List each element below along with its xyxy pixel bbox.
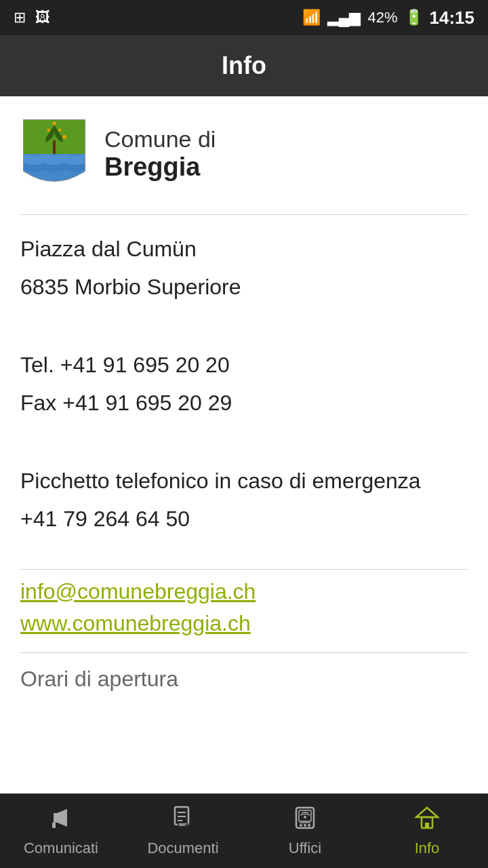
svg-rect-3 xyxy=(53,140,56,154)
spacer-3 xyxy=(14,547,474,566)
svg-point-1 xyxy=(58,129,62,132)
svg-rect-24 xyxy=(425,823,429,828)
contact-block: Tel. +41 91 695 20 20 Fax +41 91 695 20 … xyxy=(14,334,474,431)
nav-label-comunicati: Comunicati xyxy=(24,840,98,857)
nav-item-info[interactable]: Info xyxy=(366,794,488,868)
spacer-1 xyxy=(14,315,474,334)
svg-point-2 xyxy=(47,129,51,132)
megaphone-icon xyxy=(48,805,74,837)
status-bar: ⊞ 🖼 📶 ▂▄▆ 42% 🔋 14:15 xyxy=(0,0,488,35)
org-prefix: Comune di xyxy=(104,126,216,153)
page-title: Info xyxy=(222,52,266,80)
phone-icon xyxy=(292,805,318,837)
content-area: Comune di Breggia Piazza dal Cumün 6835 … xyxy=(0,96,488,692)
signal-icon: ▂▄▆ xyxy=(327,9,361,26)
contact-tel: Tel. +41 91 695 20 20 xyxy=(20,349,468,382)
website-link[interactable]: www.comunebreggia.ch xyxy=(20,611,468,636)
emergency-block: Picchetto telefonico in caso di emergenz… xyxy=(14,450,474,547)
svg-point-17 xyxy=(300,824,302,827)
address-city: 6835 Morbio Superiore xyxy=(20,271,468,304)
nav-label-info: Info xyxy=(415,840,440,857)
top-bar: Info xyxy=(0,35,488,96)
bottom-nav: Comunicati Documenti xyxy=(0,793,488,868)
org-text: Comune di Breggia xyxy=(104,126,216,182)
org-name: Breggia xyxy=(104,153,216,182)
coat-of-arms xyxy=(20,117,88,191)
image-icon: 🖼 xyxy=(35,9,50,26)
nav-item-uffici[interactable]: Uffici xyxy=(244,794,366,868)
address-street: Piazza dal Cumün xyxy=(20,233,468,267)
org-header: Comune di Breggia xyxy=(14,96,474,212)
home-icon xyxy=(414,805,440,837)
partial-heading: Orari di apertura xyxy=(14,656,474,692)
divider-3 xyxy=(20,652,468,653)
main-content: Comune di Breggia Piazza dal Cumün 6835 … xyxy=(0,96,488,773)
nav-label-uffici: Uffici xyxy=(289,840,322,857)
divider-2 xyxy=(20,569,468,570)
nav-item-documenti[interactable]: Documenti xyxy=(122,794,244,868)
svg-point-19 xyxy=(308,824,310,827)
status-bar-right: 📶 ▂▄▆ 42% 🔋 14:15 xyxy=(302,7,474,28)
links-block[interactable]: info@comunebreggia.ch www.comunebreggia.… xyxy=(14,572,474,650)
svg-rect-12 xyxy=(178,823,188,827)
screenshot-icon: ⊞ xyxy=(14,9,26,26)
svg-marker-22 xyxy=(416,808,438,817)
svg-point-0 xyxy=(52,121,56,125)
svg-point-21 xyxy=(304,816,306,818)
emergency-number: +41 79 264 64 50 xyxy=(20,502,468,536)
spacer-2 xyxy=(14,431,474,450)
address-block: Piazza dal Cumün 6835 Morbio Superiore xyxy=(14,218,474,315)
clock: 14:15 xyxy=(430,7,475,28)
email-link[interactable]: info@comunebreggia.ch xyxy=(20,579,468,604)
battery-icon: 🔋 xyxy=(405,9,423,26)
svg-point-4 xyxy=(62,135,66,139)
battery-level: 42% xyxy=(367,9,397,26)
wifi-icon: 📶 xyxy=(302,9,321,26)
divider-1 xyxy=(20,214,468,215)
emergency-label: Picchetto telefonico in caso di emergenz… xyxy=(20,465,468,498)
contact-fax: Fax +41 91 695 20 29 xyxy=(20,387,468,420)
svg-point-18 xyxy=(304,824,306,827)
status-bar-left: ⊞ 🖼 xyxy=(14,9,50,26)
nav-label-documenti: Documenti xyxy=(147,840,218,857)
nav-item-comunicati[interactable]: Comunicati xyxy=(0,794,122,868)
svg-rect-7 xyxy=(52,823,56,828)
doc-icon xyxy=(170,805,196,837)
